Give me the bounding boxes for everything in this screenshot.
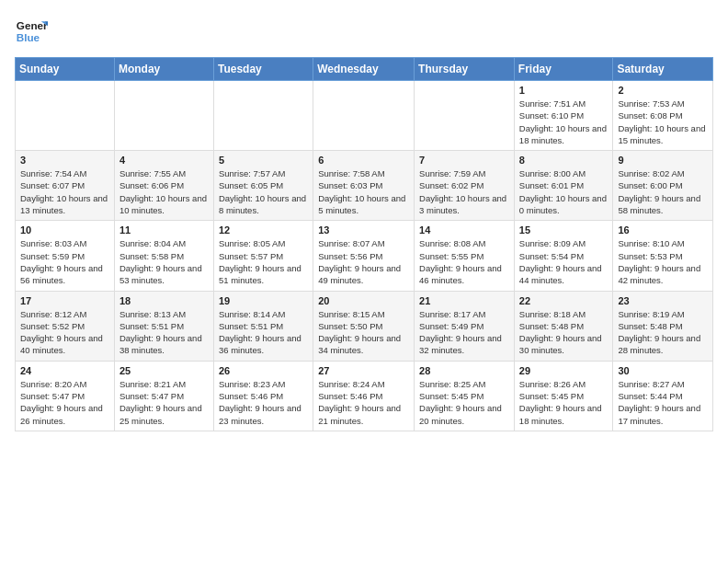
calendar-cell: 7Sunrise: 7:59 AM Sunset: 6:02 PM Daylig… (415, 151, 515, 221)
day-info: Sunrise: 8:26 AM Sunset: 5:45 PM Dayligh… (519, 378, 609, 427)
calendar-cell (415, 81, 515, 151)
day-number: 26 (219, 365, 308, 376)
calendar-cell: 17Sunrise: 8:12 AM Sunset: 5:52 PM Dayli… (16, 291, 115, 361)
day-info: Sunrise: 8:25 AM Sunset: 5:45 PM Dayligh… (419, 378, 509, 427)
calendar-cell: 5Sunrise: 7:57 AM Sunset: 6:05 PM Daylig… (213, 151, 313, 221)
calendar-week-row: 17Sunrise: 8:12 AM Sunset: 5:52 PM Dayli… (16, 291, 713, 361)
day-number: 7 (419, 155, 509, 166)
day-number: 12 (219, 224, 308, 236)
day-info: Sunrise: 7:59 AM Sunset: 6:02 PM Dayligh… (419, 167, 509, 216)
calendar-cell: 25Sunrise: 8:21 AM Sunset: 5:47 PM Dayli… (114, 361, 213, 431)
calendar-cell: 28Sunrise: 8:25 AM Sunset: 5:45 PM Dayli… (415, 361, 515, 431)
calendar-cell: 11Sunrise: 8:04 AM Sunset: 5:58 PM Dayli… (114, 221, 213, 291)
day-info: Sunrise: 8:02 AM Sunset: 6:00 PM Dayligh… (618, 167, 708, 216)
calendar-cell (114, 81, 213, 151)
day-number: 22 (519, 295, 609, 306)
day-info: Sunrise: 7:58 AM Sunset: 6:03 PM Dayligh… (318, 167, 409, 216)
calendar-cell: 6Sunrise: 7:58 AM Sunset: 6:03 PM Daylig… (313, 151, 415, 221)
day-number: 19 (219, 295, 308, 306)
day-number: 15 (519, 224, 609, 236)
day-number: 4 (119, 155, 209, 166)
day-info: Sunrise: 8:09 AM Sunset: 5:54 PM Dayligh… (519, 237, 609, 286)
day-info: Sunrise: 8:00 AM Sunset: 6:01 PM Dayligh… (519, 167, 609, 216)
calendar-table: SundayMondayTuesdayWednesdayThursdayFrid… (15, 57, 713, 431)
calendar-cell: 14Sunrise: 8:08 AM Sunset: 5:55 PM Dayli… (415, 221, 515, 291)
svg-text:Blue: Blue (17, 31, 40, 43)
day-info: Sunrise: 8:08 AM Sunset: 5:55 PM Dayligh… (419, 237, 509, 286)
weekday-header: Sunday (16, 58, 115, 81)
calendar-cell: 16Sunrise: 8:10 AM Sunset: 5:53 PM Dayli… (613, 221, 713, 291)
calendar-cell: 21Sunrise: 8:17 AM Sunset: 5:49 PM Dayli… (415, 291, 515, 361)
calendar-cell: 2Sunrise: 7:53 AM Sunset: 6:08 PM Daylig… (613, 81, 713, 151)
day-info: Sunrise: 8:05 AM Sunset: 5:57 PM Dayligh… (219, 237, 308, 286)
calendar-cell: 19Sunrise: 8:14 AM Sunset: 5:51 PM Dayli… (213, 291, 313, 361)
weekday-header: Monday (114, 58, 213, 81)
day-number: 21 (419, 295, 509, 306)
day-info: Sunrise: 8:12 AM Sunset: 5:52 PM Dayligh… (20, 308, 109, 357)
day-number: 1 (519, 85, 609, 96)
weekday-header: Wednesday (313, 58, 415, 81)
day-info: Sunrise: 8:20 AM Sunset: 5:47 PM Dayligh… (20, 378, 109, 427)
day-info: Sunrise: 8:03 AM Sunset: 5:59 PM Dayligh… (20, 237, 109, 286)
day-info: Sunrise: 8:19 AM Sunset: 5:48 PM Dayligh… (618, 308, 708, 357)
day-number: 11 (119, 224, 209, 236)
day-info: Sunrise: 8:27 AM Sunset: 5:44 PM Dayligh… (618, 378, 708, 427)
day-number: 20 (318, 295, 409, 306)
calendar-cell: 30Sunrise: 8:27 AM Sunset: 5:44 PM Dayli… (613, 361, 713, 431)
day-number: 29 (519, 365, 609, 376)
day-info: Sunrise: 8:17 AM Sunset: 5:49 PM Dayligh… (419, 308, 509, 357)
day-number: 17 (20, 295, 109, 306)
day-info: Sunrise: 8:15 AM Sunset: 5:50 PM Dayligh… (318, 308, 409, 357)
day-info: Sunrise: 7:54 AM Sunset: 6:07 PM Dayligh… (20, 167, 109, 216)
calendar-header-row: SundayMondayTuesdayWednesdayThursdayFrid… (16, 58, 713, 81)
day-info: Sunrise: 7:55 AM Sunset: 6:06 PM Dayligh… (119, 167, 209, 216)
day-number: 6 (318, 155, 409, 166)
calendar-cell: 3Sunrise: 7:54 AM Sunset: 6:07 PM Daylig… (16, 151, 115, 221)
day-number: 2 (618, 85, 708, 96)
calendar-cell (16, 81, 115, 151)
day-info: Sunrise: 8:24 AM Sunset: 5:46 PM Dayligh… (318, 378, 409, 427)
day-info: Sunrise: 7:57 AM Sunset: 6:05 PM Dayligh… (219, 167, 308, 216)
day-number: 5 (219, 155, 308, 166)
calendar-cell: 1Sunrise: 7:51 AM Sunset: 6:10 PM Daylig… (514, 81, 613, 151)
calendar-cell: 12Sunrise: 8:05 AM Sunset: 5:57 PM Dayli… (213, 221, 313, 291)
weekday-header: Friday (514, 58, 613, 81)
calendar-cell: 26Sunrise: 8:23 AM Sunset: 5:46 PM Dayli… (213, 361, 313, 431)
logo: General Blue (15, 15, 51, 48)
day-number: 25 (119, 365, 209, 376)
day-info: Sunrise: 8:14 AM Sunset: 5:51 PM Dayligh… (219, 308, 308, 357)
day-info: Sunrise: 8:04 AM Sunset: 5:58 PM Dayligh… (119, 237, 209, 286)
logo-icon: General Blue (15, 15, 48, 48)
svg-text:General: General (17, 19, 48, 31)
day-info: Sunrise: 8:21 AM Sunset: 5:47 PM Dayligh… (119, 378, 209, 427)
day-info: Sunrise: 8:18 AM Sunset: 5:48 PM Dayligh… (519, 308, 609, 357)
page-header: General Blue (15, 15, 713, 48)
day-number: 13 (318, 224, 409, 236)
day-info: Sunrise: 8:10 AM Sunset: 5:53 PM Dayligh… (618, 237, 708, 286)
day-number: 30 (618, 365, 708, 376)
day-number: 28 (419, 365, 509, 376)
weekday-header: Saturday (613, 58, 713, 81)
calendar-cell: 29Sunrise: 8:26 AM Sunset: 5:45 PM Dayli… (514, 361, 613, 431)
day-number: 24 (20, 365, 109, 376)
calendar-cell (313, 81, 415, 151)
calendar-cell: 9Sunrise: 8:02 AM Sunset: 6:00 PM Daylig… (613, 151, 713, 221)
day-info: Sunrise: 7:53 AM Sunset: 6:08 PM Dayligh… (618, 98, 708, 146)
calendar-cell (213, 81, 313, 151)
calendar-cell: 13Sunrise: 8:07 AM Sunset: 5:56 PM Dayli… (313, 221, 415, 291)
weekday-header: Thursday (415, 58, 515, 81)
day-info: Sunrise: 7:51 AM Sunset: 6:10 PM Dayligh… (519, 98, 609, 146)
day-number: 10 (20, 224, 109, 236)
calendar-cell: 20Sunrise: 8:15 AM Sunset: 5:50 PM Dayli… (313, 291, 415, 361)
calendar-cell: 27Sunrise: 8:24 AM Sunset: 5:46 PM Dayli… (313, 361, 415, 431)
calendar-cell: 10Sunrise: 8:03 AM Sunset: 5:59 PM Dayli… (16, 221, 115, 291)
calendar-cell: 18Sunrise: 8:13 AM Sunset: 5:51 PM Dayli… (114, 291, 213, 361)
day-number: 18 (119, 295, 209, 306)
calendar-cell: 24Sunrise: 8:20 AM Sunset: 5:47 PM Dayli… (16, 361, 115, 431)
day-number: 8 (519, 155, 609, 166)
calendar-cell: 4Sunrise: 7:55 AM Sunset: 6:06 PM Daylig… (114, 151, 213, 221)
day-info: Sunrise: 8:23 AM Sunset: 5:46 PM Dayligh… (219, 378, 308, 427)
day-number: 3 (20, 155, 109, 166)
weekday-header: Tuesday (213, 58, 313, 81)
calendar-cell: 15Sunrise: 8:09 AM Sunset: 5:54 PM Dayli… (514, 221, 613, 291)
